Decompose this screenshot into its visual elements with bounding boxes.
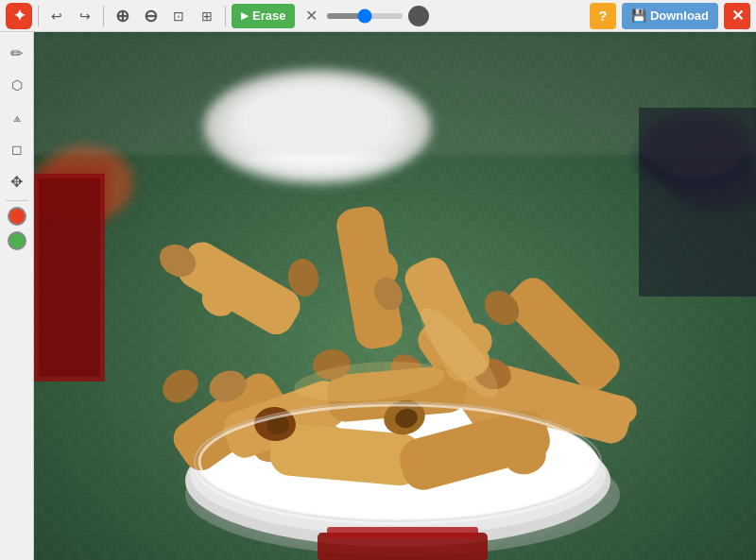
brush-size-control [327, 6, 429, 26]
zoom-fit-button[interactable]: ⊡ [166, 4, 191, 28]
background-color-button[interactable] [8, 231, 26, 250]
zoom-out-button[interactable]: ⊖ [138, 4, 163, 28]
erase-label: Erase [252, 8, 285, 23]
zoom-actual-icon: ⊞ [201, 8, 213, 24]
svg-rect-14 [39, 178, 100, 377]
undo-button[interactable]: ↩ [44, 4, 69, 28]
canvas-area[interactable] [34, 32, 756, 560]
play-icon: ▶ [241, 10, 249, 21]
top-toolbar: ✦ ↩ ↪ ⊕ ⊖ ⊡ ⊞ ▶ Erase ✕ ? 💾 Download [0, 0, 756, 32]
download-icon: 💾 [631, 8, 646, 23]
toolbar-right: ? 💾 Download ✕ [590, 3, 750, 29]
lasso-tool-button[interactable]: ⬡ [4, 72, 30, 98]
food-image [34, 32, 756, 560]
move-tool-button[interactable]: ✥ [4, 168, 30, 195]
separator-3 [225, 6, 226, 26]
cancel-button[interactable]: ✕ [299, 4, 323, 28]
polygon-tool-button[interactable]: ⟁ [4, 104, 30, 130]
help-button[interactable]: ? [590, 3, 616, 29]
close-icon: ✕ [731, 7, 744, 25]
pen-icon: ✏ [10, 44, 23, 62]
undo-icon: ↩ [51, 8, 62, 24]
polygon-icon: ⟁ [13, 110, 21, 125]
svg-point-63 [644, 112, 747, 178]
cancel-icon: ✕ [305, 7, 318, 25]
brush-preview [408, 6, 429, 26]
download-label: Download [650, 8, 709, 23]
help-icon: ? [598, 8, 607, 24]
download-button[interactable]: 💾 Download [622, 3, 718, 29]
eraser-tool-button[interactable]: ◻ [4, 136, 30, 162]
side-toolbar: ✏ ⬡ ⟁ ◻ ✥ [0, 32, 34, 560]
separator-2 [103, 6, 104, 26]
zoom-in-icon: ⊕ [115, 6, 129, 26]
close-button[interactable]: ✕ [724, 3, 750, 29]
zoom-fit-icon: ⊡ [173, 8, 184, 24]
pen-tool-button[interactable]: ✏ [4, 40, 30, 66]
zoom-in-button[interactable]: ⊕ [110, 4, 134, 28]
app-logo: ✦ [6, 3, 32, 29]
redo-icon: ↪ [79, 8, 91, 24]
eraser-icon: ◻ [11, 142, 23, 157]
foreground-color-button[interactable] [8, 207, 26, 226]
main-area: ✏ ⬡ ⟁ ◻ ✥ [0, 32, 756, 560]
logo-icon: ✦ [13, 7, 26, 25]
move-icon: ✥ [10, 173, 23, 191]
erase-button[interactable]: ▶ Erase [232, 4, 295, 28]
brush-size-slider[interactable] [327, 13, 403, 19]
separator-1 [38, 6, 39, 26]
zoom-actual-button[interactable]: ⊞ [195, 4, 219, 28]
lasso-icon: ⬡ [11, 77, 23, 93]
svg-rect-60 [327, 527, 478, 538]
redo-button[interactable]: ↪ [73, 4, 97, 28]
side-separator [6, 200, 28, 201]
zoom-out-icon: ⊖ [144, 6, 158, 26]
